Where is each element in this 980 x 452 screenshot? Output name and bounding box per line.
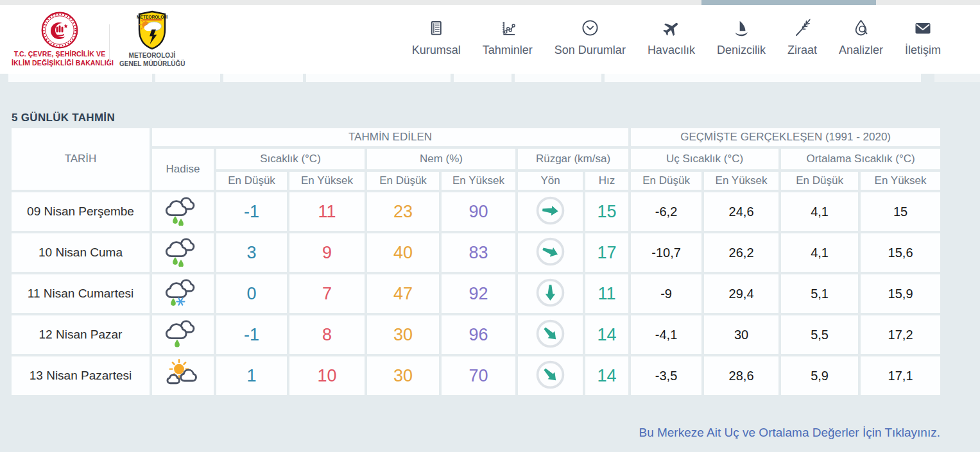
chart-icon	[483, 18, 533, 40]
cell-wind-speed: 11	[585, 274, 628, 313]
cell-temp-min: 3	[216, 233, 287, 272]
cell-average-min: 4,1	[781, 192, 858, 231]
cell-wind-speed: 15	[585, 192, 628, 231]
subheader-hum-max: En Yüksek	[442, 172, 515, 190]
subheader-avg-min: En Düşük	[781, 172, 858, 190]
nav-item-label: Ziraat	[787, 44, 817, 57]
col-header-extreme-temp: Uç Sıcaklık (°C)	[631, 149, 778, 169]
cell-average-max: 15,6	[861, 233, 940, 272]
cell-extreme-min: -6,2	[631, 192, 701, 231]
cell-extreme-max: 28,6	[704, 356, 778, 395]
cell-average-min: 5,5	[781, 315, 858, 354]
cell-date: 11 Nisan Cumartesi	[12, 274, 150, 313]
cutoff-cell	[155, 74, 220, 82]
cell-humidity-max: 83	[442, 233, 515, 272]
cell-humidity-min: 40	[367, 233, 439, 272]
cell-wind-direction	[518, 356, 583, 395]
nav-item-tahminler[interactable]: Tahminler	[472, 18, 544, 57]
cell-average-max: 17,1	[861, 356, 940, 395]
svg-text:METEOROLOJİ: METEOROLOJİ	[137, 15, 168, 19]
cutoff-cell	[515, 74, 601, 82]
cell-temp-max: 7	[289, 274, 365, 313]
cell-average-max: 15	[861, 192, 940, 231]
cell-extreme-min: -4,1	[631, 315, 701, 354]
wind-direction-icon	[535, 319, 565, 349]
cell-average-min: 5,1	[781, 274, 858, 313]
cell-wind-direction	[518, 192, 583, 231]
cutoff-cell	[306, 74, 451, 82]
nav-item-analizler[interactable]: Analizler	[828, 18, 894, 57]
mgm-name-line1: METEOROLOJİ	[119, 52, 185, 60]
weather-icon-cell	[152, 274, 214, 313]
nav-item-label: Denizcilik	[717, 44, 766, 57]
cutoff-cell	[8, 74, 152, 82]
extremes-link[interactable]: Bu Merkeze Ait Uç ve Ortalama Değerler İ…	[639, 426, 940, 440]
nav-item-kurumsal[interactable]: Kurumsal	[401, 18, 472, 57]
plane-icon	[648, 18, 695, 40]
nav-item-label: İletişim	[905, 44, 941, 57]
wind-direction-icon	[535, 360, 565, 390]
cell-average-min: 5,9	[781, 356, 858, 395]
cutoff-cell	[454, 74, 511, 82]
ministry-logo[interactable]: T.C. ÇEVRE, ŞEHİRCİLİK VE İKLİM DEĞİŞİKL…	[12, 10, 108, 67]
cell-extreme-min: -3,5	[631, 356, 701, 395]
top-scrollbar-track	[0, 0, 980, 5]
cell-humidity-min: 47	[367, 274, 439, 313]
nav-item-label: Tahminler	[483, 44, 533, 57]
cell-wind-speed: 17	[585, 233, 628, 272]
cell-date: 09 Nisan Perşembe	[12, 192, 150, 231]
cell-extreme-max: 29,4	[704, 274, 778, 313]
cell-humidity-max: 92	[442, 274, 515, 313]
rainy-icon	[162, 217, 203, 228]
cell-average-max: 15,9	[861, 274, 940, 313]
cell-temp-max: 10	[289, 356, 365, 395]
cell-humidity-min: 23	[367, 192, 439, 231]
cell-date: 13 Nisan Pazartesi	[12, 356, 150, 395]
nav-item-iletisim[interactable]: İletişim	[894, 18, 952, 57]
ministry-seal-icon	[41, 12, 78, 49]
top-scrollbar-thumb[interactable]	[701, 0, 876, 5]
subheader-wind-dir: Yön	[518, 172, 583, 190]
subheader-avg-max: En Yüksek	[861, 172, 940, 190]
cell-temp-max: 11	[289, 192, 365, 231]
wind-direction-icon	[535, 196, 565, 226]
nav-item-label: Havacılık	[648, 44, 695, 57]
logo-divider	[109, 24, 110, 63]
mgm-logo[interactable]: METEOROLOJİ METEOROLOJİ GENEL MÜDÜRLÜĞÜ	[119, 9, 185, 68]
group-header-historical: GEÇMİŞTE GERÇEKLEŞEN (1991 - 2020)	[631, 128, 940, 146]
forecast-row: 12 Nisan Pazar-18309614-4,1305,517,2	[12, 315, 940, 354]
cutoff-cell	[223, 74, 303, 82]
subheader-ext-max: En Yüksek	[704, 172, 778, 190]
cell-temp-max: 8	[289, 315, 365, 354]
cell-extreme-max: 30	[704, 315, 778, 354]
cell-humidity-max: 90	[442, 192, 515, 231]
cell-temp-min: -1	[216, 192, 287, 231]
cell-temp-min: 0	[216, 274, 287, 313]
cell-wind-direction	[518, 315, 583, 354]
forecast-row: 09 Nisan Perşembe-111239015-6,224,64,115	[12, 192, 940, 231]
nav-item-label: Son Durumlar	[554, 44, 626, 57]
subheader-ext-min: En Düşük	[631, 172, 701, 190]
nav-item-havacilik[interactable]: Havacılık	[637, 18, 706, 57]
cell-wind-speed: 14	[585, 315, 628, 354]
nav-item-son-durumlar[interactable]: Son Durumlar	[544, 18, 637, 57]
cell-humidity-max: 70	[442, 356, 515, 395]
cell-extreme-max: 24,6	[704, 192, 778, 231]
sleet-icon	[162, 299, 203, 310]
subheader-wind-speed: Hız	[585, 172, 628, 190]
cell-temp-min: 1	[216, 356, 287, 395]
rainy-icon	[162, 258, 203, 269]
cell-average-max: 17,2	[861, 315, 940, 354]
forecast-row: 10 Nisan Cuma39408317-10,726,24,115,6	[12, 233, 940, 272]
cutoff-cell	[605, 74, 921, 82]
forecast-table: TARİH TAHMİN EDİLEN GEÇMİŞTE GERÇEKLEŞEN…	[9, 126, 943, 398]
cell-temp-max: 9	[289, 233, 365, 272]
weather-icon-cell	[152, 315, 214, 354]
main-nav: Kurumsal Tahminler Son Durumlar Havacılı…	[401, 18, 952, 57]
light-rain-icon	[162, 340, 203, 351]
group-header-forecast: TAHMİN EDİLEN	[152, 128, 628, 146]
ministry-name-line2: İKLİM DEĞİŞİKLİĞİ BAKANLIĞI	[12, 59, 108, 68]
nav-item-ziraat[interactable]: Ziraat	[777, 18, 828, 57]
nav-item-denizcilik[interactable]: Denizcilik	[706, 18, 777, 57]
forecast-body: 09 Nisan Perşembe-111239015-6,224,64,115…	[12, 192, 940, 395]
